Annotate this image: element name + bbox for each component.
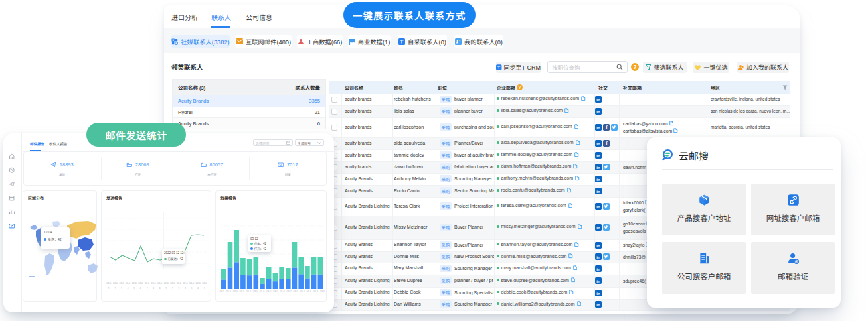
svg-text:in: in <box>596 141 600 146</box>
svg-text:in: in <box>596 97 600 102</box>
svg-text:in: in <box>596 153 600 158</box>
svg-text:in: in <box>596 225 600 230</box>
svg-text:in: in <box>596 177 600 182</box>
svg-text:in: in <box>596 165 600 170</box>
svg-text:?: ? <box>519 85 521 90</box>
svg-text:in: in <box>596 255 600 259</box>
svg-text:in: in <box>596 266 600 271</box>
svg-text:@: @ <box>794 259 798 263</box>
svg-text:in: in <box>596 243 600 247</box>
svg-text:in: in <box>596 302 600 307</box>
svg-text:in: in <box>596 279 600 283</box>
svg-text:in: in <box>596 189 600 194</box>
svg-text:in: in <box>596 109 600 114</box>
svg-text:in: in <box>596 290 600 295</box>
svg-text:in: in <box>596 204 600 209</box>
svg-text:in: in <box>596 125 600 130</box>
